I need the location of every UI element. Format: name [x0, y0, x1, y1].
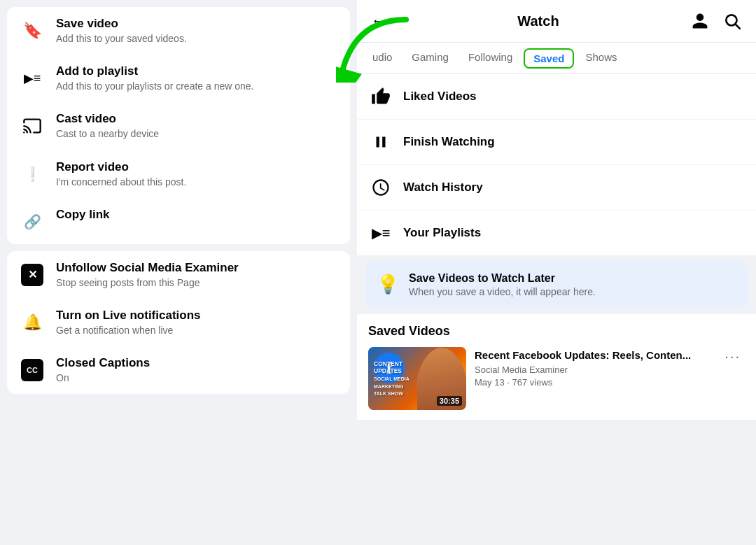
- unfollow-subtitle: Stop seeing posts from this Page: [56, 276, 239, 289]
- menu-item-add-to-playlist[interactable]: ▶≡ Add to playlist Add this to your play…: [7, 55, 350, 102]
- video-item-actions: ···: [720, 347, 745, 366]
- svg-line-3: [736, 24, 740, 29]
- finish-watching-label: Finish Watching: [403, 135, 495, 149]
- report-video-title: Report video: [56, 160, 186, 174]
- video-thumbnail: f CONTENTUPDATESSOCIAL MEDIAMARKETINGTAL…: [368, 347, 466, 410]
- tab-shows[interactable]: Shows: [575, 43, 626, 73]
- lightbulb-icon: 💡: [377, 274, 399, 295]
- unfollow-title: Unfollow Social Media Examiner: [56, 261, 239, 275]
- menu-item-unfollow[interactable]: ✕ Unfollow Social Media Examiner Stop se…: [7, 251, 350, 299]
- thumbnail-content-text: CONTENTUPDATESSOCIAL MEDIAMARKETINGTALK …: [374, 360, 410, 398]
- saved-videos-title: Saved Videos: [368, 324, 745, 339]
- watch-menu-watch-history[interactable]: Watch History: [357, 165, 756, 211]
- video-meta: May 13 · 767 views: [475, 377, 712, 388]
- page-title: Watch: [398, 13, 679, 29]
- clock-icon: [370, 176, 392, 199]
- bell-icon: 🔔: [20, 310, 45, 335]
- your-playlists-label: Your Playlists: [403, 226, 481, 240]
- watch-menu-your-playlists[interactable]: ▶≡ Your Playlists: [357, 211, 756, 255]
- bookmark-icon: 🔖: [20, 18, 45, 43]
- save-cta-card: 💡 Save Videos to Watch Later When you sa…: [365, 261, 748, 309]
- save-video-subtitle: Add this to your saved videos.: [56, 32, 187, 45]
- cast-icon: [20, 113, 45, 139]
- live-notif-title: Turn on Live notifications: [56, 309, 201, 323]
- save-video-title: Save video: [56, 17, 187, 31]
- pause-icon: [370, 131, 392, 153]
- video-info: Recent Facebook Updates: Reels, Conten..…: [475, 347, 712, 388]
- left-panel: 🔖 Save video Add this to your saved vide…: [0, 0, 357, 545]
- copy-link-icon: 🔗: [20, 209, 45, 234]
- cast-video-title: Cast video: [56, 112, 159, 126]
- add-playlist-title: Add to playlist: [56, 64, 253, 78]
- cast-video-subtitle: Cast to a nearby device: [56, 127, 159, 140]
- copy-link-title: Copy link: [56, 208, 110, 222]
- tab-saved-wrapper: Saved: [522, 43, 575, 73]
- closed-captions-subtitle: On: [56, 371, 150, 384]
- live-notif-subtitle: Get a notification when live: [56, 324, 201, 337]
- video-title: Recent Facebook Updates: Reels, Conten..…: [475, 348, 712, 362]
- tab-following[interactable]: Following: [458, 43, 522, 73]
- playlists-icon: ▶≡: [370, 222, 392, 244]
- menu-card-1: 🔖 Save video Add this to your saved vide…: [7, 7, 350, 244]
- liked-videos-label: Liked Videos: [403, 90, 477, 104]
- menu-card-2: ✕ Unfollow Social Media Examiner Stop se…: [7, 251, 350, 395]
- add-playlist-subtitle: Add this to your playlists or create a n…: [56, 80, 253, 92]
- playlist-add-icon: ▶≡: [20, 66, 45, 91]
- watch-content: Liked Videos Finish Watching Watch Histo…: [357, 74, 756, 545]
- video-item[interactable]: f CONTENTUPDATESSOCIAL MEDIAMARKETINGTAL…: [368, 347, 745, 410]
- menu-item-report-video[interactable]: ❕ Report video I'm concerned about this …: [7, 150, 350, 198]
- menu-item-save-video[interactable]: 🔖 Save video Add this to your saved vide…: [7, 7, 350, 55]
- video-duration: 30:35: [437, 396, 462, 406]
- menu-item-closed-captions[interactable]: CC Closed Captions On: [7, 346, 350, 394]
- tab-saved[interactable]: Saved: [524, 48, 574, 69]
- save-cta-title: Save Videos to Watch Later: [409, 272, 596, 285]
- report-video-subtitle: I'm concerned about this post.: [56, 176, 186, 188]
- search-icon[interactable]: [720, 8, 745, 34]
- closed-captions-title: Closed Captions: [56, 356, 150, 370]
- menu-item-copy-link[interactable]: 🔗 Copy link: [7, 198, 350, 244]
- cc-icon: CC: [20, 358, 45, 383]
- saved-videos-section: Saved Videos f CONTENTUPDATESSOCIAL MEDI…: [357, 314, 756, 420]
- save-cta-subtitle: When you save a video, it will appear he…: [409, 286, 596, 297]
- profile-icon[interactable]: [687, 8, 713, 34]
- unfollow-icon: ✕: [20, 262, 45, 288]
- menu-item-cast-video[interactable]: Cast video Cast to a nearby device: [7, 102, 350, 150]
- report-icon: ❕: [20, 162, 45, 187]
- watch-menu-section: Liked Videos Finish Watching Watch Histo…: [357, 74, 756, 255]
- more-options-button[interactable]: ···: [720, 347, 745, 366]
- video-channel: Social Media Examiner: [475, 364, 712, 375]
- watch-menu-finish-watching[interactable]: Finish Watching: [357, 120, 756, 165]
- header-icons: [687, 8, 745, 34]
- thumbs-up-icon: [370, 85, 392, 108]
- watch-history-label: Watch History: [403, 181, 483, 194]
- menu-item-live-notifications[interactable]: 🔔 Turn on Live notifications Get a notif…: [7, 299, 350, 346]
